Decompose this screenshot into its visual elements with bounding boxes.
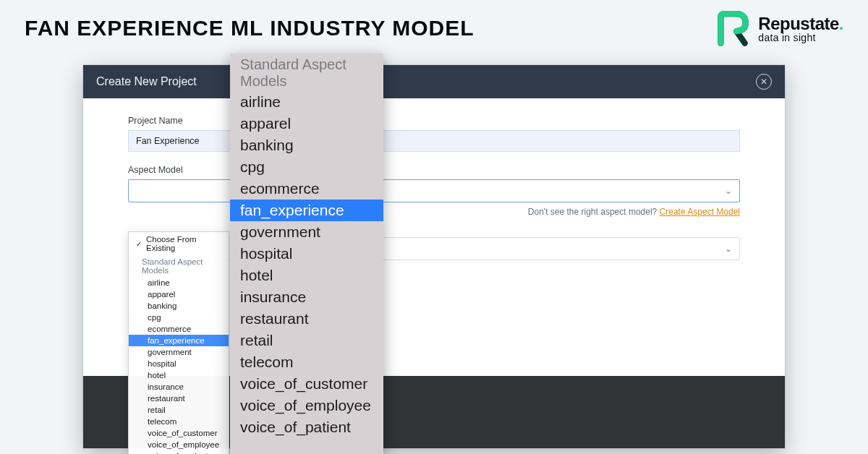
dropdown-group-label: Standard Aspect Models [129, 255, 229, 277]
project-name-input[interactable] [128, 130, 740, 152]
dropdown-item-large-ecommerce[interactable]: ecommerce [230, 178, 383, 200]
aspect-model-dropdown-small[interactable]: ✓ Choose From Existing Standard Aspect M… [128, 231, 229, 454]
brand-logo: Repustate. data in sight [713, 10, 843, 48]
aspect-model-label: Aspect Model [128, 165, 740, 175]
dropdown-item-voice_of_patient[interactable]: voice_of_patient [129, 450, 229, 454]
dropdown-item-large-voice_of_patient[interactable]: voice_of_patient [230, 416, 383, 438]
dropdown-item-large-voice_of_employee[interactable]: voice_of_employee [230, 395, 383, 416]
create-aspect-model-link[interactable]: Create Aspect Model [660, 207, 740, 217]
dropdown-item-large-government[interactable]: government [230, 221, 383, 243]
chevron-down-icon: ⌄ [725, 244, 732, 254]
close-button[interactable]: ✕ [756, 74, 772, 90]
brand-mark-icon [713, 10, 751, 48]
close-icon: ✕ [760, 77, 767, 87]
dropdown-group-label-large: Standard Aspect Models [230, 53, 383, 91]
dropdown-item-hotel[interactable]: hotel [129, 369, 229, 381]
dropdown-item-telecom[interactable]: telecom [129, 416, 229, 427]
dropdown-item-large-insurance[interactable]: insurance [230, 286, 383, 308]
dropdown-choose-existing[interactable]: ✓ Choose From Existing [129, 232, 229, 255]
dropdown-item-restaurant[interactable]: restaurant [129, 393, 229, 404]
dropdown-item-banking[interactable]: banking [129, 300, 229, 312]
dropdown-item-large-restaurant[interactable]: restaurant [230, 308, 383, 330]
dropdown-item-ecommerce[interactable]: ecommerce [129, 323, 229, 335]
dropdown-item-cpg[interactable]: cpg [129, 312, 229, 323]
dropdown-item-airline[interactable]: airline [129, 277, 229, 288]
dropdown-item-government[interactable]: government [129, 346, 229, 358]
dropdown-item-large-retail[interactable]: retail [230, 330, 383, 351]
dropdown-item-large-voice_of_customer[interactable]: voice_of_customer [230, 373, 383, 395]
dropdown-item-large-telecom[interactable]: telecom [230, 351, 383, 373]
brand-tagline: data in sight [758, 33, 843, 43]
modal-header: Create New Project ✕ [83, 65, 785, 98]
brand-name: Repustate. [758, 15, 843, 33]
page-title: FAN EXPERIENCE ML INDUSTRY MODEL [25, 16, 475, 40]
dropdown-item-hospital[interactable]: hospital [129, 358, 229, 369]
helper-text: Don't see the right aspect model? Create… [128, 207, 740, 217]
dropdown-item-voice_of_customer[interactable]: voice_of_customer [129, 427, 229, 439]
dropdown-item-retail[interactable]: retail [129, 404, 229, 416]
check-icon: ✓ [136, 240, 142, 248]
project-name-label: Project Name [128, 116, 740, 126]
dropdown-item-insurance[interactable]: insurance [129, 381, 229, 393]
aspect-model-select[interactable]: ⌄ [128, 179, 740, 202]
dropdown-item-large-apparel[interactable]: apparel [230, 113, 383, 134]
dropdown-item-fan_experience[interactable]: fan_experience [129, 335, 229, 346]
chevron-down-icon: ⌄ [725, 186, 732, 196]
aspect-model-dropdown-large[interactable]: Standard Aspect Models airlineapparelban… [230, 53, 383, 454]
dropdown-item-apparel[interactable]: apparel [129, 288, 229, 300]
dropdown-choose-label: Choose From Existing [146, 235, 221, 252]
modal-title: Create New Project [96, 75, 197, 88]
dropdown-item-large-cpg[interactable]: cpg [230, 156, 383, 178]
dropdown-item-large-hotel[interactable]: hotel [230, 265, 383, 286]
dropdown-item-large-banking[interactable]: banking [230, 134, 383, 156]
dropdown-item-voice_of_employee[interactable]: voice_of_employee [129, 439, 229, 450]
dropdown-item-large-airline[interactable]: airline [230, 91, 383, 113]
dropdown-item-large-fan_experience[interactable]: fan_experience [230, 200, 383, 221]
dropdown-item-large-hospital[interactable]: hospital [230, 243, 383, 265]
